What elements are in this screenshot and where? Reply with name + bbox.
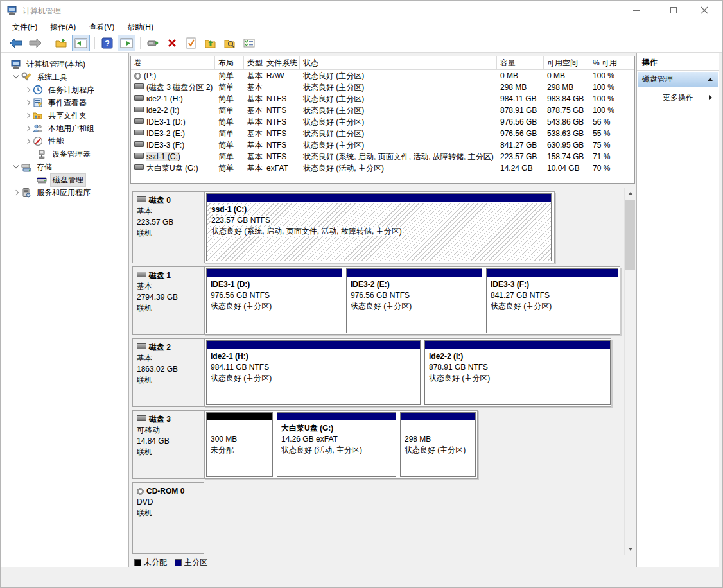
toolbar-separator — [49, 37, 49, 49]
disk-row-2: 磁盘 2 基本 1863.02 GB 联机 ide2-1 (H:) 984.11… — [132, 338, 613, 407]
checklist-icon[interactable] — [240, 35, 258, 51]
disk-management-icon — [37, 175, 47, 185]
disk-1-partitions: IDE3-1 (D:) 976.56 GB NTFS 状态良好 (主分区) ID… — [204, 266, 620, 335]
chevron-right-icon[interactable] — [25, 139, 30, 144]
disk-2-label[interactable]: 磁盘 2 基本 1863.02 GB 联机 — [132, 338, 204, 407]
drive-icon — [137, 272, 146, 277]
chevron-down-icon[interactable] — [13, 74, 19, 80]
column-header-pct-free[interactable]: % 可用 — [589, 56, 620, 69]
collapse-icon[interactable] — [708, 78, 713, 81]
chevron-right-icon[interactable] — [25, 113, 30, 118]
disk-1-label[interactable]: 磁盘 1 基本 2794.39 GB 联机 — [132, 266, 204, 335]
divider — [637, 70, 719, 71]
export-list-icon[interactable] — [53, 35, 71, 51]
table-row[interactable]: IDE3-1 (D:) 简单 基本 NTFS 状态良好 (主分区) 976.56… — [131, 116, 634, 128]
table-row[interactable]: ide2-1 (H:) 简单 基本 NTFS 状态良好 (主分区) 984.11… — [131, 93, 634, 105]
shared-folders-icon — [33, 110, 43, 121]
scroll-down-icon[interactable] — [625, 544, 636, 555]
close-button[interactable] — [693, 1, 716, 20]
scrollbar-thumb[interactable] — [625, 200, 635, 270]
partition-298mb[interactable]: 298 MB 状态良好 (主分区) — [400, 412, 476, 477]
table-row[interactable]: (磁盘 3 磁盘分区 2) 简单 基本 状态良好 (主分区) 298 MB 29… — [131, 82, 634, 93]
actions-title: 操作 — [642, 57, 658, 68]
show-action-pane-icon[interactable] — [118, 35, 135, 51]
partition-ide3-1-d[interactable]: IDE3-1 (D:) 976.56 GB NTFS 状态良好 (主分区) — [206, 268, 342, 333]
legend-label-unallocated: 未分配 — [144, 557, 167, 568]
legend: 未分配 主分区 — [130, 557, 635, 567]
maximize-button[interactable] — [662, 1, 685, 20]
table-row[interactable]: 大白菜U盘 (G:) 简单 基本 exFAT 状态良好 (活动, 主分区) 14… — [131, 162, 634, 174]
column-header-status[interactable]: 状态 — [300, 56, 497, 69]
submenu-arrow-icon — [709, 95, 712, 100]
remote-connect-icon[interactable] — [144, 35, 162, 51]
partition-ide2-2-i[interactable]: ide2-2 (I:) 878.91 GB NTFS 状态良好 (主分区) — [424, 340, 611, 405]
chevron-right-icon[interactable] — [25, 87, 30, 92]
help-icon[interactable]: ? — [98, 35, 116, 51]
actions-pane-scroll-strip — [719, 53, 723, 567]
table-row-selected[interactable]: ssd-1 (C:) 简单 基本 NTFS 状态良好 (系统, 启动, 页面文件… — [131, 151, 634, 162]
menu-file[interactable]: 文件(F) — [6, 20, 44, 34]
menu-action[interactable]: 操作(A) — [44, 20, 82, 34]
toolbar-separator — [140, 37, 141, 49]
more-actions[interactable]: 更多操作 — [638, 91, 718, 105]
primary-partition-legend-swatch — [175, 559, 182, 566]
table-row[interactable]: IDE3-3 (F:) 简单 基本 NTFS 状态良好 (主分区) 841.27… — [131, 139, 634, 151]
volume-list-header: 卷 布局 类型 文件系统 状态 容量 可用空间 % 可用 — [131, 56, 634, 70]
disk-0-label[interactable]: 磁盘 0 基本 223.57 GB 联机 — [132, 191, 204, 263]
tree-item-computer-management[interactable]: 计算机管理(本地) — [1, 58, 138, 71]
chevron-right-icon[interactable] — [25, 100, 30, 105]
folder-up-icon[interactable] — [202, 35, 220, 51]
partition-unallocated[interactable]: 300 MB 未分配 — [206, 412, 273, 477]
disk-row-0: 磁盘 0 基本 223.57 GB 联机 ssd-1 (C:) 223.57 G… — [132, 191, 556, 263]
volume-list: 卷 布局 类型 文件系统 状态 容量 可用空间 % 可用 (P:) 简单 基本 … — [130, 56, 635, 184]
column-header-layout[interactable]: 布局 — [215, 56, 244, 69]
primary-partition-band — [347, 269, 482, 278]
drive-icon — [134, 141, 144, 147]
chevron-right-icon[interactable] — [13, 190, 19, 195]
properties-check-icon[interactable] — [182, 35, 200, 51]
scroll-up-icon[interactable] — [625, 188, 636, 199]
partition-ssd-1-c[interactable]: ssd-1 (C:) 223.57 GB NTFS 状态良好 (系统, 启动, … — [206, 193, 552, 261]
primary-partition-band — [277, 413, 396, 422]
disk-row-1: 磁盘 1 基本 2794.39 GB 联机 IDE3-1 (D:) 976.56… — [132, 266, 622, 335]
chevron-down-icon[interactable] — [13, 164, 19, 169]
tree-item-services-applications[interactable]: 服务和应用程序 — [1, 186, 141, 199]
disk-3-label[interactable]: 磁盘 3 可移动 14.84 GB 联机 — [132, 410, 204, 479]
drive-icon — [134, 118, 144, 124]
partition-ide3-2-e[interactable]: IDE3-2 (E:) 976.56 GB NTFS 状态良好 (主分区) — [346, 268, 482, 333]
column-header-filesystem[interactable]: 文件系统 — [263, 56, 300, 69]
cdrom-row: CD-ROM 0 DVD 联机 — [132, 482, 206, 554]
device-manager-icon — [37, 149, 47, 159]
storage-icon — [21, 162, 31, 172]
tree-item-system-tools[interactable]: 系统工具 — [1, 71, 141, 83]
graph-scrollbar[interactable] — [624, 188, 635, 555]
column-header-capacity[interactable]: 容量 — [497, 56, 544, 69]
chevron-right-icon[interactable] — [25, 126, 30, 131]
show-console-tree-icon[interactable] — [72, 35, 90, 51]
table-row[interactable]: IDE3-2 (E:) 简单 基本 NTFS 状态良好 (主分区) 976.56… — [131, 128, 634, 139]
menu-help[interactable]: 帮助(H) — [121, 20, 160, 34]
column-header-free-space[interactable]: 可用空间 — [544, 56, 589, 69]
title-bar: 计算机管理 — [1, 1, 723, 20]
table-row[interactable]: ide2-2 (I:) 简单 基本 NTFS 状态良好 (主分区) 878.91… — [131, 105, 634, 116]
column-header-volume[interactable]: 卷 — [131, 56, 215, 69]
tree-item-storage[interactable]: 存储 — [1, 160, 141, 173]
back-icon[interactable] — [7, 35, 25, 51]
drive-icon — [134, 95, 144, 101]
forward-icon[interactable] — [26, 35, 44, 51]
column-header-type[interactable]: 类型 — [244, 56, 263, 69]
partition-ide2-1-h[interactable]: ide2-1 (H:) 984.11 GB NTFS 状态良好 (主分区) — [206, 340, 421, 405]
actions-group-disk-management[interactable]: 磁盘管理 — [638, 72, 718, 87]
partition-ide3-3-f[interactable]: IDE3-3 (F:) 841.27 GB NTFS 状态良好 (主分区) — [486, 268, 618, 333]
computer-icon — [11, 59, 21, 69]
menu-view[interactable]: 查看(V) — [82, 20, 121, 34]
partition-dabaicai-usb-g[interactable]: 大白菜U盘 (G:) 14.26 GB exFAT 状态良好 (活动, 主分区) — [277, 412, 396, 477]
table-row[interactable]: (P:) 简单 基本 RAW 状态良好 (主分区) 0 MB 0 MB 100 … — [131, 70, 634, 82]
folder-find-icon[interactable] — [221, 35, 239, 51]
primary-partition-band — [207, 194, 551, 203]
drive-icon — [134, 164, 144, 170]
minimize-button[interactable] — [625, 1, 648, 20]
cdrom-0-label[interactable]: CD-ROM 0 DVD 联机 — [132, 482, 204, 554]
delete-icon[interactable] — [163, 35, 181, 51]
disk-row-3: 磁盘 3 可移动 14.84 GB 联机 300 MB 未分配 — [132, 410, 479, 479]
